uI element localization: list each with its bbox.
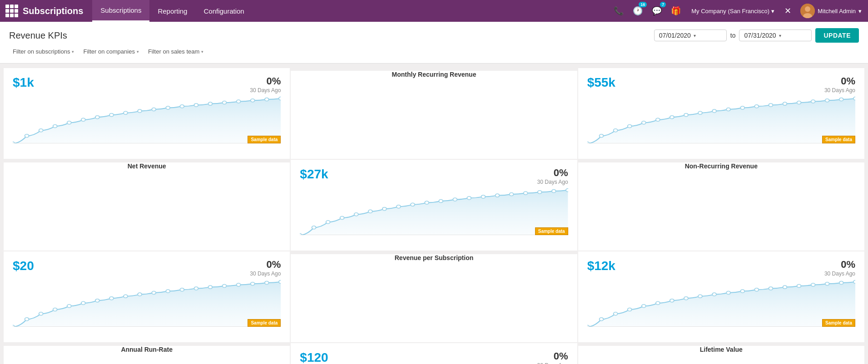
svg-point-91 [641,305,645,308]
update-button[interactable]: UPDATE [815,28,859,43]
svg-point-29 [656,118,660,121]
svg-point-54 [425,201,429,204]
clock-badge: 16 [639,2,647,7]
svg-point-100 [769,287,773,290]
svg-point-6 [53,124,57,128]
sample-badge: Sample data [822,319,855,327]
svg-point-17 [208,102,212,105]
kpi-percent-net_revenue: 0% 30 Days Ago [824,75,855,93]
svg-point-104 [825,282,829,285]
svg-point-26 [613,129,617,132]
svg-point-18 [223,101,227,104]
sample-badge: Sample data [248,319,281,327]
svg-point-67 [25,318,29,321]
chat-badge: 7 [660,2,666,7]
kpi-card-mrr: $1k 0% 30 Days Ago Sample data [4,68,290,159]
svg-point-87 [587,325,589,327]
clock-icon-button[interactable]: 🕐 16 [630,4,645,18]
svg-point-72 [95,299,99,302]
svg-point-93 [670,299,674,302]
svg-point-50 [368,210,372,213]
nav-item-configuration[interactable]: Configuration [195,0,252,22]
date-from-selector[interactable]: 07/01/2020 ▾ [654,30,727,41]
date-to-chevron: ▾ [779,33,781,38]
grid-menu-button[interactable] [4,3,20,19]
subheader: Revenue KPIs 07/01/2020 ▾ to 07/31/2020 … [0,22,868,64]
svg-point-15 [180,105,184,108]
svg-point-63 [552,190,556,193]
svg-point-95 [698,295,702,298]
kpi-value-net_revenue: $55k [587,75,615,89]
svg-point-28 [641,121,645,124]
svg-point-94 [684,297,688,300]
svg-point-34 [726,108,730,111]
svg-point-32 [698,111,702,114]
svg-point-30 [670,116,674,119]
svg-point-70 [67,305,71,308]
svg-point-25 [599,134,603,138]
kpi-value-rev_per_sub: $20 [13,259,34,273]
svg-point-88 [599,318,603,321]
svg-point-103 [811,283,815,286]
kpi-label-ltv: Lifetime Value [578,346,864,364]
kpi-percent-mrr: 0% 30 Days Ago [250,75,281,93]
svg-point-85 [279,280,281,284]
kpi-value-non_recurring: $27k [300,167,328,181]
svg-point-9 [95,116,99,119]
chat-icon-button[interactable]: 💬 7 [650,4,664,18]
kpi-value-mrr: $1k [13,75,34,89]
filter-sales-team-caret: ▾ [201,49,203,54]
close-button[interactable]: ✕ [783,6,793,16]
kpi-label-rev_per_sub: Revenue per Subscription [291,254,577,342]
svg-point-80 [208,285,212,289]
svg-point-43 [853,97,855,100]
svg-point-38 [783,102,787,105]
svg-point-39 [797,101,801,104]
gift-icon-button[interactable]: 🎁 [669,4,683,18]
kpi-ago-label: 30 Days Ago [250,271,281,277]
svg-point-84 [265,281,269,285]
kpi-value-arr: $12k [587,259,615,273]
svg-point-90 [627,308,631,311]
kpi-percent-arr: 0% 30 Days Ago [824,259,855,277]
filter-sales-team-button[interactable]: Filter on sales team ▾ [144,46,207,57]
filter-companies-button[interactable]: Filter on companies ▾ [79,46,142,57]
kpi-ago-label: 30 Days Ago [537,362,568,364]
svg-point-69 [53,308,57,311]
svg-point-33 [712,109,716,113]
company-selector[interactable]: My Company (San Francisco) ▾ [688,8,778,15]
date-to-selector[interactable]: 07/31/2020 ▾ [739,30,812,41]
svg-point-92 [656,301,660,305]
kpi-chart-arr: Sample data [587,277,855,331]
svg-point-96 [712,293,716,296]
svg-point-21 [265,98,269,101]
svg-point-56 [453,198,457,201]
date-to-label: to [730,32,736,39]
chevron-down-icon: ▾ [771,8,774,15]
svg-point-57 [467,197,471,200]
nav-item-reporting[interactable]: Reporting [149,0,195,22]
svg-point-55 [439,199,443,202]
phone-icon: 📞 [614,6,624,16]
kpi-card-net_revenue: $55k 0% 30 Days Ago Sample data [578,68,864,159]
svg-point-101 [783,285,787,289]
svg-point-60 [510,193,514,196]
kpi-pct-value: 0% [250,259,281,271]
kpi-chart-rev_per_sub: Sample data [13,277,281,331]
svg-point-35 [740,106,744,109]
chat-icon: 💬 [652,6,662,16]
filter-row: Filter on subscriptions ▾ Filter on comp… [9,46,859,57]
nav-item-subscriptions[interactable]: Subscriptions [92,0,149,22]
filter-subscriptions-button[interactable]: Filter on subscriptions ▾ [9,46,78,57]
svg-point-51 [382,207,387,211]
sample-badge: Sample data [822,136,855,143]
kpi-label-mrr: Monthly Recurring Revenue [291,71,577,159]
svg-point-16 [194,103,198,107]
svg-point-64 [566,189,568,192]
user-menu[interactable]: Mitchell Admin ▾ [798,4,864,18]
svg-point-19 [237,100,241,103]
svg-point-48 [340,216,344,219]
kpi-pct-value: 0% [537,350,568,362]
svg-point-98 [740,290,744,293]
phone-icon-button[interactable]: 📞 [611,4,626,18]
